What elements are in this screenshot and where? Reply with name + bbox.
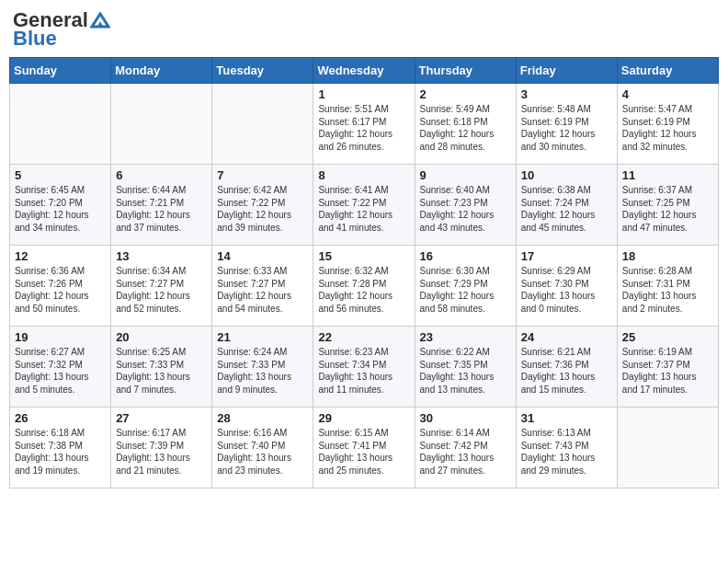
calendar-cell: 23Sunrise: 6:22 AM Sunset: 7:35 PM Dayli… bbox=[415, 327, 516, 408]
day-header-wednesday: Wednesday bbox=[313, 58, 415, 84]
day-info: Sunrise: 6:22 AM Sunset: 7:35 PM Dayligh… bbox=[420, 346, 511, 396]
calendar-cell: 24Sunrise: 6:21 AM Sunset: 7:36 PM Dayli… bbox=[516, 327, 617, 408]
day-info: Sunrise: 6:23 AM Sunset: 7:34 PM Dayligh… bbox=[318, 346, 409, 396]
day-header-thursday: Thursday bbox=[415, 58, 516, 84]
calendar-cell: 8Sunrise: 6:41 AM Sunset: 7:22 PM Daylig… bbox=[313, 165, 415, 246]
calendar-cell: 28Sunrise: 6:16 AM Sunset: 7:40 PM Dayli… bbox=[212, 408, 313, 488]
calendar-cell: 7Sunrise: 6:42 AM Sunset: 7:22 PM Daylig… bbox=[212, 165, 313, 246]
day-info: Sunrise: 6:34 AM Sunset: 7:27 PM Dayligh… bbox=[116, 265, 207, 315]
day-number: 21 bbox=[217, 330, 308, 344]
day-info: Sunrise: 6:33 AM Sunset: 7:27 PM Dayligh… bbox=[217, 265, 308, 315]
day-info: Sunrise: 6:44 AM Sunset: 7:21 PM Dayligh… bbox=[116, 184, 207, 234]
svg-marker-1 bbox=[97, 21, 103, 27]
calendar-cell bbox=[617, 408, 718, 488]
calendar-cell: 19Sunrise: 6:27 AM Sunset: 7:32 PM Dayli… bbox=[10, 327, 111, 408]
day-number: 24 bbox=[521, 330, 612, 344]
day-number: 2 bbox=[420, 87, 511, 101]
calendar-cell: 22Sunrise: 6:23 AM Sunset: 7:34 PM Dayli… bbox=[313, 327, 415, 408]
logo: General Blue bbox=[13, 9, 110, 50]
day-info: Sunrise: 5:48 AM Sunset: 6:19 PM Dayligh… bbox=[521, 103, 612, 153]
day-info: Sunrise: 6:13 AM Sunset: 7:43 PM Dayligh… bbox=[521, 427, 612, 477]
calendar-table: SundayMondayTuesdayWednesdayThursdayFrid… bbox=[9, 57, 719, 488]
day-number: 4 bbox=[622, 87, 713, 101]
calendar-cell: 26Sunrise: 6:18 AM Sunset: 7:38 PM Dayli… bbox=[10, 408, 111, 488]
calendar-cell: 17Sunrise: 6:29 AM Sunset: 7:30 PM Dayli… bbox=[516, 246, 617, 327]
calendar-cell: 5Sunrise: 6:45 AM Sunset: 7:20 PM Daylig… bbox=[10, 165, 111, 246]
calendar-cell: 11Sunrise: 6:37 AM Sunset: 7:25 PM Dayli… bbox=[617, 165, 718, 246]
day-info: Sunrise: 6:14 AM Sunset: 7:42 PM Dayligh… bbox=[420, 427, 511, 477]
calendar-cell: 31Sunrise: 6:13 AM Sunset: 7:43 PM Dayli… bbox=[516, 408, 617, 488]
day-number: 20 bbox=[116, 330, 207, 344]
calendar-cell: 13Sunrise: 6:34 AM Sunset: 7:27 PM Dayli… bbox=[111, 246, 212, 327]
day-info: Sunrise: 6:16 AM Sunset: 7:40 PM Dayligh… bbox=[217, 427, 308, 477]
day-number: 27 bbox=[116, 411, 207, 425]
day-header-tuesday: Tuesday bbox=[212, 58, 313, 84]
calendar-cell: 9Sunrise: 6:40 AM Sunset: 7:23 PM Daylig… bbox=[415, 165, 516, 246]
day-header-sunday: Sunday bbox=[10, 58, 111, 84]
day-info: Sunrise: 6:41 AM Sunset: 7:22 PM Dayligh… bbox=[318, 184, 409, 234]
calendar-cell: 20Sunrise: 6:25 AM Sunset: 7:33 PM Dayli… bbox=[111, 327, 212, 408]
day-info: Sunrise: 6:15 AM Sunset: 7:41 PM Dayligh… bbox=[318, 427, 409, 477]
day-info: Sunrise: 6:32 AM Sunset: 7:28 PM Dayligh… bbox=[318, 265, 409, 315]
day-info: Sunrise: 6:30 AM Sunset: 7:29 PM Dayligh… bbox=[420, 265, 511, 315]
day-number: 6 bbox=[116, 168, 207, 182]
day-info: Sunrise: 6:42 AM Sunset: 7:22 PM Dayligh… bbox=[217, 184, 308, 234]
calendar-cell: 6Sunrise: 6:44 AM Sunset: 7:21 PM Daylig… bbox=[111, 165, 212, 246]
day-number: 25 bbox=[622, 330, 713, 344]
day-info: Sunrise: 6:17 AM Sunset: 7:39 PM Dayligh… bbox=[116, 427, 207, 477]
day-info: Sunrise: 5:51 AM Sunset: 6:17 PM Dayligh… bbox=[318, 103, 409, 153]
day-info: Sunrise: 6:38 AM Sunset: 7:24 PM Dayligh… bbox=[521, 184, 612, 234]
calendar-cell: 21Sunrise: 6:24 AM Sunset: 7:33 PM Dayli… bbox=[212, 327, 313, 408]
day-info: Sunrise: 5:49 AM Sunset: 6:18 PM Dayligh… bbox=[420, 103, 511, 153]
day-number: 7 bbox=[217, 168, 308, 182]
day-number: 26 bbox=[15, 411, 106, 425]
calendar-cell bbox=[212, 84, 313, 165]
day-number: 23 bbox=[420, 330, 511, 344]
logo-blue-text: Blue bbox=[13, 28, 57, 50]
calendar-cell: 14Sunrise: 6:33 AM Sunset: 7:27 PM Dayli… bbox=[212, 246, 313, 327]
day-info: Sunrise: 5:47 AM Sunset: 6:19 PM Dayligh… bbox=[622, 103, 713, 153]
day-number: 9 bbox=[420, 168, 511, 182]
day-number: 13 bbox=[116, 249, 207, 263]
calendar-cell: 30Sunrise: 6:14 AM Sunset: 7:42 PM Dayli… bbox=[415, 408, 516, 488]
day-header-friday: Friday bbox=[516, 58, 617, 84]
day-info: Sunrise: 6:40 AM Sunset: 7:23 PM Dayligh… bbox=[420, 184, 511, 234]
day-number: 14 bbox=[217, 249, 308, 263]
calendar-cell: 4Sunrise: 5:47 AM Sunset: 6:19 PM Daylig… bbox=[617, 84, 718, 165]
day-info: Sunrise: 6:36 AM Sunset: 7:26 PM Dayligh… bbox=[15, 265, 106, 315]
day-number: 30 bbox=[420, 411, 511, 425]
day-info: Sunrise: 6:37 AM Sunset: 7:25 PM Dayligh… bbox=[622, 184, 713, 234]
calendar-cell: 18Sunrise: 6:28 AM Sunset: 7:31 PM Dayli… bbox=[617, 246, 718, 327]
day-number: 15 bbox=[318, 249, 409, 263]
day-info: Sunrise: 6:21 AM Sunset: 7:36 PM Dayligh… bbox=[521, 346, 612, 396]
day-number: 22 bbox=[318, 330, 409, 344]
calendar-cell bbox=[111, 84, 212, 165]
day-info: Sunrise: 6:28 AM Sunset: 7:31 PM Dayligh… bbox=[622, 265, 713, 315]
day-number: 8 bbox=[318, 168, 409, 182]
day-header-saturday: Saturday bbox=[617, 58, 718, 84]
day-number: 3 bbox=[521, 87, 612, 101]
day-number: 12 bbox=[15, 249, 106, 263]
day-info: Sunrise: 6:24 AM Sunset: 7:33 PM Dayligh… bbox=[217, 346, 308, 396]
day-number: 28 bbox=[217, 411, 308, 425]
calendar-cell: 29Sunrise: 6:15 AM Sunset: 7:41 PM Dayli… bbox=[313, 408, 415, 488]
page-header: General Blue bbox=[9, 9, 719, 50]
calendar-cell: 15Sunrise: 6:32 AM Sunset: 7:28 PM Dayli… bbox=[313, 246, 415, 327]
day-header-monday: Monday bbox=[111, 58, 212, 84]
day-number: 29 bbox=[318, 411, 409, 425]
day-number: 31 bbox=[521, 411, 612, 425]
calendar-cell bbox=[10, 84, 111, 165]
day-info: Sunrise: 6:25 AM Sunset: 7:33 PM Dayligh… bbox=[116, 346, 207, 396]
day-number: 11 bbox=[622, 168, 713, 182]
day-number: 1 bbox=[318, 87, 409, 101]
day-number: 5 bbox=[15, 168, 106, 182]
calendar-cell: 2Sunrise: 5:49 AM Sunset: 6:18 PM Daylig… bbox=[415, 84, 516, 165]
day-number: 19 bbox=[15, 330, 106, 344]
day-info: Sunrise: 6:27 AM Sunset: 7:32 PM Dayligh… bbox=[15, 346, 106, 396]
calendar-cell: 12Sunrise: 6:36 AM Sunset: 7:26 PM Dayli… bbox=[10, 246, 111, 327]
day-info: Sunrise: 6:45 AM Sunset: 7:20 PM Dayligh… bbox=[15, 184, 106, 234]
calendar-cell: 27Sunrise: 6:17 AM Sunset: 7:39 PM Dayli… bbox=[111, 408, 212, 488]
day-info: Sunrise: 6:18 AM Sunset: 7:38 PM Dayligh… bbox=[15, 427, 106, 477]
day-info: Sunrise: 6:29 AM Sunset: 7:30 PM Dayligh… bbox=[521, 265, 612, 315]
calendar-cell: 25Sunrise: 6:19 AM Sunset: 7:37 PM Dayli… bbox=[617, 327, 718, 408]
